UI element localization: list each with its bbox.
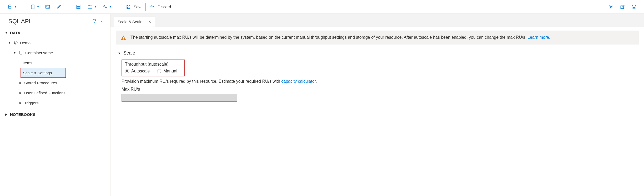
feedback-button[interactable]: [629, 3, 639, 11]
caret-right-icon: ▶: [19, 81, 22, 85]
collapse-button[interactable]: ‹: [99, 18, 104, 25]
tab-scale-settings[interactable]: Scale & Settin... ✕: [114, 17, 155, 27]
refresh-button[interactable]: [90, 17, 99, 25]
settings-button[interactable]: [606, 3, 616, 11]
tab-title: Scale & Settin...: [118, 19, 146, 24]
svg-rect-13: [20, 51, 22, 54]
throughput-description: Provision maximum RU/s required by this …: [122, 79, 639, 84]
chevron-down-icon: ▾: [95, 5, 96, 8]
radio-label: Manual: [163, 69, 177, 74]
radio-autoscale[interactable]: Autoscale: [125, 69, 150, 74]
query-button[interactable]: [43, 3, 52, 11]
tree-section-data[interactable]: ▼ DATA: [0, 28, 110, 38]
container-icon: [18, 50, 24, 55]
svg-rect-6: [128, 5, 129, 6]
new-item-button[interactable]: ▾: [5, 3, 18, 11]
tab-bar: Scale & Settin... ✕: [110, 14, 644, 27]
item-label: Stored Procedures: [24, 81, 57, 85]
caret-right-icon: ▶: [19, 91, 22, 95]
toolbar: ▾ ▾ ▾ ▾ Save: [0, 0, 644, 14]
save-icon: [126, 4, 131, 9]
svg-rect-1: [31, 5, 34, 9]
max-ru-label: Max RU/s: [122, 87, 639, 92]
tree-triggers[interactable]: ▶ Triggers: [0, 98, 110, 108]
sidebar: SQL API ‹ ▼ DATA ▼ Demo ▼: [0, 14, 110, 196]
discard-label: Discard: [158, 4, 171, 9]
notebook-icon: [30, 4, 35, 9]
svg-point-5: [105, 7, 107, 8]
section-label: DATA: [10, 31, 20, 35]
warning-icon: [120, 35, 126, 41]
svg-point-4: [104, 6, 105, 7]
max-ru-input[interactable]: [122, 94, 237, 102]
caret-down-icon: ▼: [8, 41, 11, 44]
throughput-title: Throughput (autoscale): [125, 62, 181, 67]
autoscale-info-banner: The starting autoscale max RU/s will be …: [116, 31, 639, 45]
open-external-icon: [620, 4, 625, 9]
svg-rect-14: [123, 37, 124, 39]
section-label: NOTEBOOKS: [10, 112, 36, 117]
item-label: User Defined Functions: [24, 91, 66, 95]
svg-rect-15: [123, 39, 124, 40]
radio-manual[interactable]: Manual: [157, 69, 177, 74]
brush-icon: [57, 4, 62, 9]
tree-database[interactable]: ▼ Demo: [0, 38, 110, 48]
gears-icon: [102, 4, 108, 9]
svg-point-12: [14, 42, 18, 44]
new-doc-icon: [7, 4, 13, 9]
save-label: Save: [134, 4, 143, 9]
caret-right-icon: ▶: [19, 101, 22, 105]
svg-rect-2: [46, 5, 50, 8]
new-notebook-button[interactable]: ▾: [28, 3, 41, 11]
tree-items[interactable]: Items: [0, 58, 110, 68]
banner-text: The starting autoscale max RU/s will be …: [130, 34, 550, 41]
undo-icon: [150, 4, 155, 9]
smile-icon: [631, 4, 637, 9]
learn-more-link[interactable]: Learn more: [527, 35, 549, 40]
folder-icon: [87, 4, 93, 9]
scale-section-header[interactable]: ▼ Scale: [118, 50, 639, 56]
tree-container[interactable]: ▼ ContainerName: [0, 48, 110, 58]
tree-section-notebooks[interactable]: ▶ NOTEBOOKS: [0, 109, 110, 119]
sidebar-title: SQL API: [8, 18, 90, 25]
settings-gears-button[interactable]: ▾: [100, 3, 113, 11]
throughput-mode-group: Throughput (autoscale) Autoscale Manual: [122, 60, 185, 76]
caret-down-icon: ▼: [5, 31, 8, 34]
chevron-down-icon: ▾: [37, 5, 39, 8]
toolbar-separator: [69, 3, 69, 11]
item-label: Items: [23, 61, 32, 65]
open-external-button[interactable]: [618, 3, 627, 11]
save-button[interactable]: Save: [123, 3, 145, 11]
tree-scale-settings[interactable]: Scale & Settings: [21, 68, 66, 78]
console-icon: [45, 4, 50, 9]
database-icon: [13, 40, 18, 45]
toolbar-separator: [23, 3, 23, 11]
close-icon[interactable]: ✕: [148, 20, 151, 24]
svg-rect-7: [128, 7, 129, 8]
svg-rect-0: [8, 5, 11, 8]
tree-stored-procedures[interactable]: ▶ Stored Procedures: [0, 78, 110, 88]
gear-icon: [608, 4, 613, 9]
caret-down-icon: ▼: [13, 51, 16, 54]
chevron-down-icon: ▾: [15, 5, 16, 8]
grid-icon: [76, 4, 81, 9]
section-title: Scale: [123, 50, 135, 56]
grid-button[interactable]: [74, 3, 83, 11]
discard-button[interactable]: Discard: [148, 3, 173, 11]
item-label: Triggers: [24, 101, 38, 105]
capacity-calculator-link[interactable]: capacity calculator: [281, 79, 316, 84]
radio-label: Autoscale: [131, 69, 150, 74]
radio-icon: [157, 69, 161, 73]
radio-icon: [125, 69, 129, 73]
brush-button[interactable]: [54, 3, 64, 11]
svg-rect-3: [77, 5, 80, 8]
tree-udf[interactable]: ▶ User Defined Functions: [0, 88, 110, 98]
svg-point-8: [610, 6, 612, 7]
item-label: Scale & Settings: [23, 71, 52, 75]
main-pane: Scale & Settin... ✕ The starting autosca…: [110, 14, 644, 196]
container-label: ContainerName: [25, 51, 53, 55]
toolbar-separator: [118, 3, 118, 11]
caret-right-icon: ▶: [5, 113, 8, 116]
folder-button[interactable]: ▾: [85, 3, 98, 11]
svg-point-10: [632, 5, 636, 9]
